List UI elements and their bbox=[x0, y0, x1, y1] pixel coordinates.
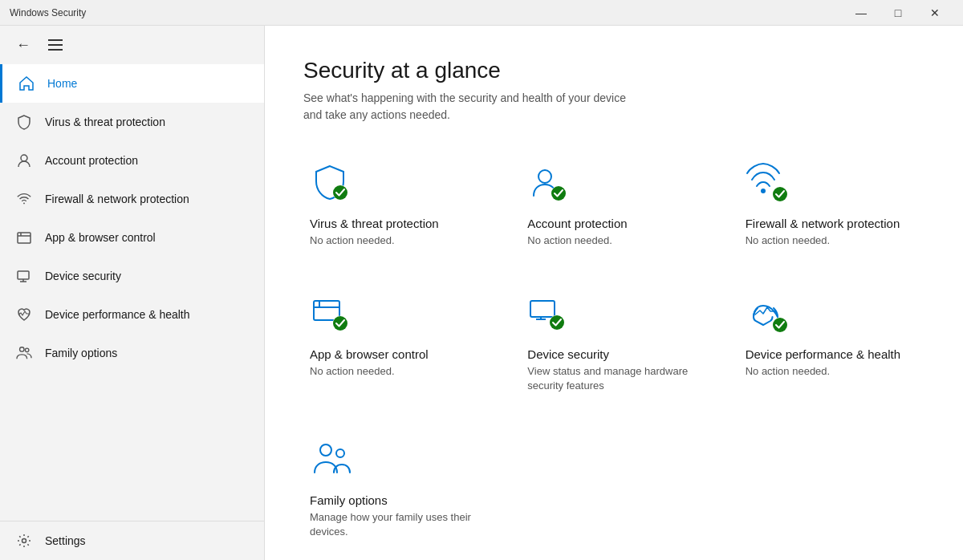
svg-point-15 bbox=[551, 186, 566, 201]
card-desc: View status and manage hardware security… bbox=[527, 364, 700, 393]
close-button[interactable]: ✕ bbox=[916, 0, 953, 26]
card-icon-wrap bbox=[746, 293, 794, 335]
svg-rect-2 bbox=[18, 233, 30, 243]
window-controls: — □ ✕ bbox=[843, 0, 953, 26]
family-icon bbox=[16, 345, 32, 361]
app-container: ← Home bbox=[0, 26, 963, 560]
card-icon-wrap bbox=[310, 162, 358, 204]
card-desc: No action needed. bbox=[527, 233, 700, 248]
card-title: Virus & threat protection bbox=[310, 217, 482, 230]
sidebar-item-label: Account protection bbox=[45, 154, 138, 167]
hamburger-line bbox=[48, 39, 63, 41]
firewall-icon bbox=[746, 162, 790, 202]
card-virus[interactable]: Virus & threat protection No action need… bbox=[303, 156, 489, 254]
card-firewall[interactable]: Firewall & network protection No action … bbox=[739, 156, 924, 254]
sidebar-header: ← bbox=[0, 26, 264, 64]
sidebar-item-family[interactable]: Family options bbox=[0, 334, 264, 372]
settings-label: Settings bbox=[45, 534, 86, 547]
shield-icon bbox=[16, 114, 32, 130]
sidebar-item-account[interactable]: Account protection bbox=[0, 141, 264, 180]
sidebar-item-label: Virus & threat protection bbox=[45, 116, 165, 128]
svg-point-18 bbox=[773, 187, 787, 201]
svg-point-1 bbox=[23, 203, 25, 205]
home-icon bbox=[18, 75, 35, 91]
main-content: Security at a glance See what's happenin… bbox=[265, 26, 963, 560]
card-desc: No action needed. bbox=[746, 233, 918, 248]
svg-rect-19 bbox=[314, 301, 339, 320]
svg-rect-24 bbox=[530, 301, 555, 317]
device-icon bbox=[16, 268, 32, 284]
page-title: Security at a glance bbox=[303, 58, 924, 83]
sidebar-item-label: Home bbox=[47, 77, 77, 90]
card-family[interactable]: Family options Manage how your family us… bbox=[303, 432, 489, 546]
svg-point-9 bbox=[25, 348, 29, 352]
app-title: Windows Security bbox=[10, 7, 86, 18]
card-title: Firewall & network protection bbox=[746, 217, 918, 230]
svg-point-30 bbox=[773, 318, 787, 332]
page-subtitle: See what's happening with the security a… bbox=[303, 90, 924, 124]
account-icon bbox=[527, 162, 567, 202]
card-desc: No action needed. bbox=[310, 364, 482, 379]
family-options-icon bbox=[310, 439, 362, 479]
sidebar-item-label: Device security bbox=[45, 270, 121, 282]
person-icon bbox=[16, 152, 32, 168]
security-grid: Virus & threat protection No action need… bbox=[303, 156, 924, 546]
titlebar: Windows Security — □ ✕ bbox=[0, 0, 963, 26]
svg-point-12 bbox=[333, 185, 347, 200]
card-account[interactable]: Account protection No action needed. bbox=[521, 156, 706, 254]
card-title: Device security bbox=[527, 347, 700, 361]
card-browser[interactable]: App & browser control No action needed. bbox=[303, 286, 489, 400]
sidebar-item-label: Family options bbox=[45, 347, 117, 359]
svg-point-10 bbox=[22, 539, 26, 543]
performance-icon bbox=[746, 293, 790, 333]
svg-rect-5 bbox=[18, 271, 29, 279]
svg-point-28 bbox=[550, 315, 564, 330]
sidebar: ← Home bbox=[0, 26, 265, 560]
sidebar-item-device-security[interactable]: Device security bbox=[0, 257, 264, 295]
sidebar-item-performance[interactable]: Device performance & health bbox=[0, 295, 264, 334]
card-performance[interactable]: Device performance & health No action ne… bbox=[739, 286, 924, 400]
card-desc: Manage how your family uses their device… bbox=[310, 510, 482, 539]
hamburger-line bbox=[48, 49, 63, 51]
sidebar-item-browser[interactable]: App & browser control bbox=[0, 218, 264, 257]
sidebar-item-label: App & browser control bbox=[45, 231, 156, 244]
sidebar-item-label: Device performance & health bbox=[45, 308, 190, 321]
virus-shield-icon bbox=[310, 162, 350, 202]
heart-icon bbox=[16, 306, 32, 323]
card-icon-wrap bbox=[310, 293, 358, 335]
hamburger-menu[interactable] bbox=[43, 34, 67, 55]
sidebar-item-label: Firewall & network protection bbox=[45, 193, 189, 205]
maximize-button[interactable]: □ bbox=[880, 0, 916, 26]
back-button[interactable]: ← bbox=[13, 34, 34, 57]
card-title: Device performance & health bbox=[746, 347, 918, 361]
nav-menu: Home Virus & threat protection bbox=[0, 64, 264, 521]
device-security-icon bbox=[527, 293, 567, 333]
card-title: App & browser control bbox=[310, 347, 482, 361]
minimize-button[interactable]: — bbox=[843, 0, 880, 26]
card-title: Account protection bbox=[527, 217, 700, 230]
svg-point-13 bbox=[538, 170, 551, 183]
wifi-icon bbox=[16, 191, 32, 207]
card-icon-wrap bbox=[310, 439, 366, 481]
browser-icon bbox=[16, 229, 32, 246]
svg-point-0 bbox=[21, 155, 27, 161]
hamburger-line bbox=[48, 44, 63, 46]
card-desc: No action needed. bbox=[746, 364, 918, 379]
settings-nav-item[interactable]: Settings bbox=[0, 521, 264, 560]
card-device-security[interactable]: Device security View status and manage h… bbox=[521, 286, 706, 400]
card-icon-wrap bbox=[746, 162, 794, 204]
card-icon-wrap bbox=[527, 162, 575, 204]
sidebar-item-firewall[interactable]: Firewall & network protection bbox=[0, 180, 264, 218]
svg-point-23 bbox=[333, 316, 347, 331]
card-icon-wrap bbox=[527, 293, 575, 335]
sidebar-item-home[interactable]: Home bbox=[0, 64, 264, 103]
svg-point-31 bbox=[320, 444, 331, 456]
svg-point-16 bbox=[761, 189, 766, 193]
settings-icon bbox=[16, 533, 32, 549]
card-title: Family options bbox=[310, 493, 482, 507]
card-desc: No action needed. bbox=[310, 233, 482, 248]
browser-ctrl-icon bbox=[310, 293, 350, 333]
sidebar-item-virus[interactable]: Virus & threat protection bbox=[0, 103, 264, 141]
svg-point-8 bbox=[20, 347, 24, 351]
svg-point-32 bbox=[336, 449, 344, 457]
